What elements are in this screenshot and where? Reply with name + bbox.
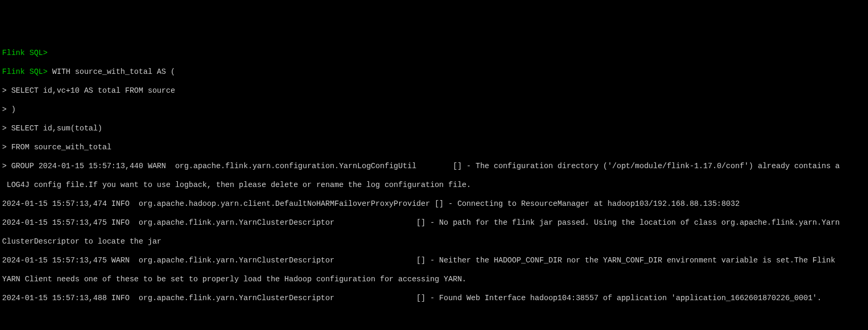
log-line: 2024-01-15 15:57:13,475 INFO org.apache.…	[2, 218, 866, 227]
continuation-line: > SELECT id,vc+10 AS total FROM source	[2, 86, 866, 95]
log-line: ClusterDescriptor to locate the jar	[2, 237, 866, 246]
log-line: LOG4J config file.If you want to use log…	[2, 180, 866, 190]
continuation-prompt: >	[2, 162, 7, 170]
log-line: YARN Client needs one of these to be set…	[2, 274, 866, 284]
continuation-line: > SELECT id,sum(total)	[2, 124, 866, 133]
continuation-line: > )	[2, 105, 866, 114]
prompt-suffix: >	[43, 49, 48, 57]
continuation-prompt: >	[2, 143, 7, 151]
group-and-log-line: > GROUP 2024-01-15 15:57:13,440 WARN org…	[2, 161, 866, 171]
sql-text: FROM source_with_total	[11, 143, 111, 151]
sql-text: )	[11, 105, 16, 114]
log-line: 2024-01-15 15:57:13,475 WARN org.apache.…	[2, 256, 866, 265]
log-line: 2024-01-15 15:57:13,474 INFO org.apache.…	[2, 199, 866, 208]
sql-text: SELECT id,vc+10 AS total FROM source	[11, 86, 175, 95]
terminal-output: Flink SQL> Flink SQL> WITH source_with_t…	[2, 39, 866, 330]
prompt-line-with: Flink SQL> WITH source_with_total AS (	[2, 67, 866, 76]
sql-prompt: Flink SQL	[2, 49, 43, 57]
sql-text: SELECT id,sum(total)	[11, 124, 102, 133]
continuation-prompt: >	[2, 86, 7, 95]
prompt-line-empty: Flink SQL>	[2, 48, 866, 58]
sql-text: WITH source_with_total AS (	[52, 68, 175, 76]
prompt-suffix: >	[43, 68, 48, 76]
continuation-line: > FROM source_with_total	[2, 142, 866, 152]
group-prefix: GROUP	[11, 162, 38, 170]
log-text: 2024-01-15 15:57:13,440 WARN org.apache.…	[39, 162, 840, 170]
continuation-prompt: >	[2, 105, 7, 114]
continuation-prompt: >	[2, 124, 7, 133]
blank-line	[2, 312, 866, 322]
log-line: 2024-01-15 15:57:13,488 INFO org.apache.…	[2, 293, 866, 303]
sql-input	[48, 68, 52, 76]
sql-prompt: Flink SQL	[2, 68, 43, 76]
